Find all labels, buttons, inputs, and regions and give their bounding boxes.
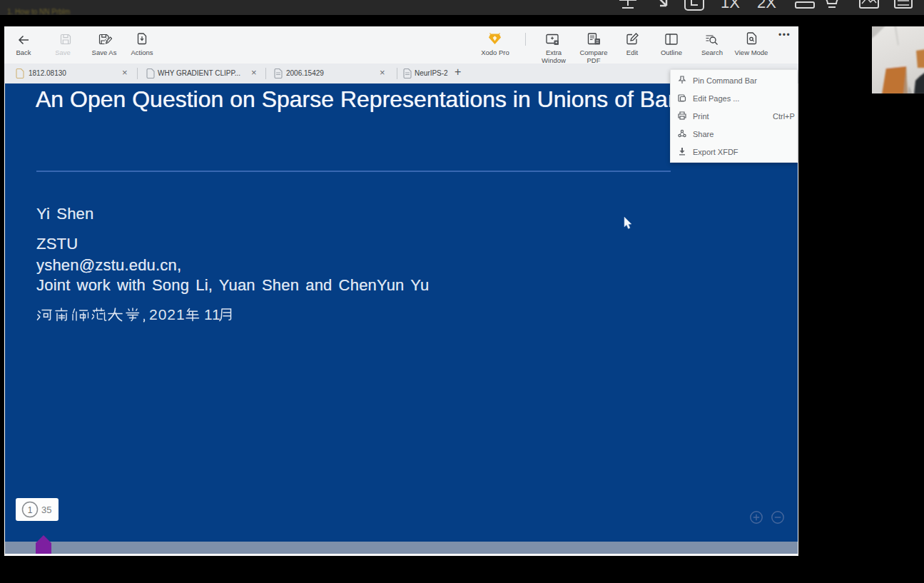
svg-text:1X: 1X bbox=[721, 0, 740, 11]
svg-text:2X: 2X bbox=[757, 0, 776, 11]
